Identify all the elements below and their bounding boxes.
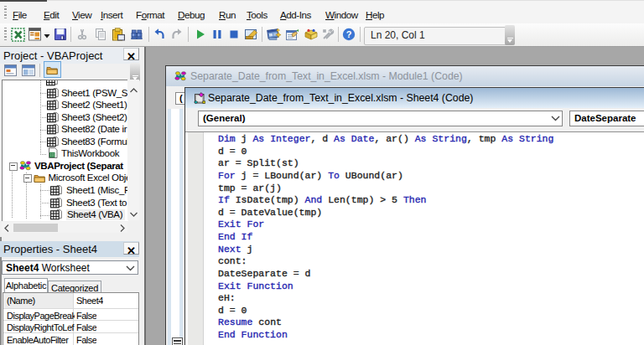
svg-text:?: ?: [346, 29, 352, 39]
